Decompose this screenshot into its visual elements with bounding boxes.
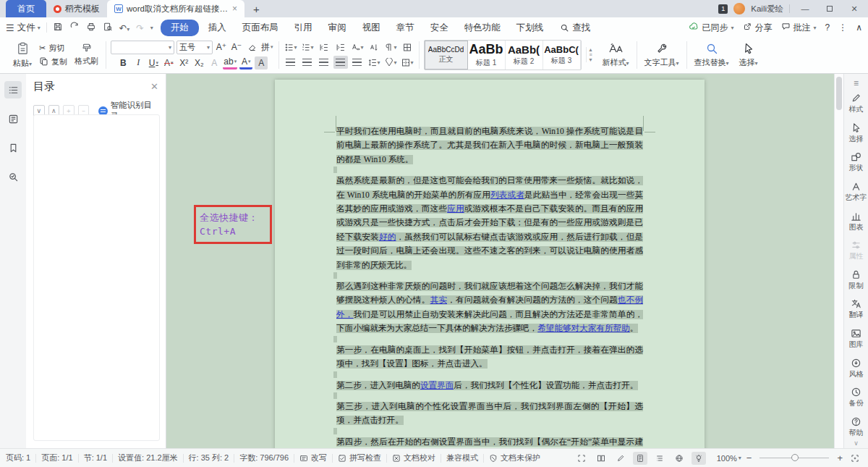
fullscreen-icon[interactable] <box>574 452 589 465</box>
maximize-button[interactable] <box>820 4 839 13</box>
two-page-view-icon[interactable] <box>594 452 608 465</box>
avatar[interactable] <box>733 3 745 14</box>
menu-tab-active[interactable]: 开始 <box>161 20 199 36</box>
menu-tab-item[interactable]: 章节 <box>390 20 421 36</box>
strikethrough-button[interactable]: A▾ <box>162 56 175 70</box>
numbered-list-icon[interactable]: ▾ <box>300 41 315 54</box>
sort-icon[interactable] <box>367 41 381 54</box>
paste-button[interactable]: 粘贴▾ <box>10 41 35 69</box>
scroll-down-icon[interactable]: ▼ <box>588 57 593 62</box>
save-icon[interactable] <box>53 22 63 34</box>
italic-button[interactable]: I <box>132 56 145 70</box>
file-menu[interactable]: 文件▾ <box>17 22 41 34</box>
eye-protection-icon[interactable] <box>692 452 706 465</box>
hyperlink[interactable]: 希望能够对大家有所帮助 <box>537 324 630 333</box>
find-replace-button[interactable]: 查找替换▾ <box>692 42 732 68</box>
undo-icon[interactable]: ↶▾ <box>119 22 130 33</box>
print-icon[interactable] <box>86 22 96 34</box>
cut-button[interactable]: ✂剪切 <box>39 43 67 54</box>
export-icon[interactable] <box>69 22 80 34</box>
borders-icon[interactable]: ▾ <box>400 56 414 69</box>
window-count-badge[interactable]: 1 <box>718 4 728 14</box>
sidebar-item-备份[interactable]: 备份 <box>849 387 864 407</box>
paragraph[interactable]: 第一步，在电脑的桌面上，找到【开始菜单】按钮，并点击打开，接着在弹出的选项中，找… <box>336 343 643 371</box>
zoom-slider-thumb[interactable] <box>791 454 799 461</box>
document-tab[interactable]: W word取消文档所有超链接.wps × <box>107 0 244 17</box>
character-border-button[interactable]: A <box>208 56 221 70</box>
style-preset[interactable]: AaBb标题 1 <box>468 41 506 70</box>
grow-font-button[interactable]: A⁺ <box>215 41 228 54</box>
paragraph[interactable]: 第四步，然后在开始的右侧设置界面当中，我们找到【偶尔在“开始”菜单中显示建议】功… <box>336 435 643 448</box>
status-item[interactable]: 拼写检查 <box>338 453 381 463</box>
bullet-list-icon[interactable]: ▾ <box>284 41 298 54</box>
web-view-icon[interactable] <box>672 452 686 465</box>
new-style-button[interactable]: 新样式▾ <box>600 42 632 68</box>
sync-status[interactable]: 已同步▾ <box>689 22 733 34</box>
select-button[interactable]: 选择▾ <box>736 42 761 68</box>
underline-button[interactable]: U▾ <box>147 56 160 70</box>
status-item[interactable]: 文档未保护 <box>489 453 540 463</box>
docer-template-tab[interactable]: 稻壳模板 <box>46 0 107 17</box>
hyperlink[interactable]: 设置界面 <box>420 381 454 390</box>
sidebar-item-翻译[interactable]: 翻译 <box>849 298 864 319</box>
menu-tab-item[interactable]: 下划线 <box>510 20 550 36</box>
document-page[interactable]: 平时我们在使用电脑时，而且就目前的电脑系统来说，Win10 操作系统可能说是目前… <box>275 80 705 448</box>
style-preset[interactable]: AaBbCcDd正文 <box>425 41 468 70</box>
paragraph[interactable]: 平时我们在使用电脑时，而且就目前的电脑系统来说，Win10 操作系统可能说是目前… <box>336 125 643 167</box>
close-button[interactable]: ✕ <box>845 4 864 14</box>
customize-toolbar-icon[interactable]: ▾ <box>150 25 153 31</box>
fit-page-icon[interactable] <box>848 452 862 465</box>
character-shading-button[interactable]: A <box>255 56 268 70</box>
menu-tab-item[interactable]: 视图 <box>356 20 387 36</box>
more-options-icon[interactable]: ⋮ <box>838 22 847 33</box>
paragraph[interactable]: 第三步，进入到电脑的个性化设置界面当中后，我们找到界面左侧的【开始】选项，并点击… <box>336 400 643 428</box>
paragraph[interactable]: 虽然系统是最新的，但是这也可能会给我们的日常使用带来一些烦恼。就比如说，在 Wi… <box>336 174 643 272</box>
bold-button[interactable]: B <box>116 56 129 70</box>
character-scale-icon[interactable]: ▾ <box>350 41 365 54</box>
justify-icon[interactable] <box>333 56 348 69</box>
menu-tab-item[interactable]: 页面布局 <box>236 20 285 36</box>
sidebar-item-样式[interactable]: 样式 <box>849 93 864 113</box>
status-item[interactable]: 行: 35 列: 2 <box>189 453 229 463</box>
copy-button[interactable]: 复制 <box>39 56 67 67</box>
navigation-pane-icon[interactable] <box>4 110 22 127</box>
menu-tab-item[interactable]: 特色功能 <box>458 20 507 36</box>
superscript-button[interactable]: X² <box>177 56 190 70</box>
page-view-icon[interactable] <box>633 452 647 465</box>
align-right-icon[interactable] <box>317 56 331 69</box>
status-item[interactable]: 文档校对 <box>392 453 435 463</box>
ink-icon[interactable] <box>613 452 628 465</box>
font-color-button[interactable]: A▾ <box>239 56 252 70</box>
comment-button[interactable]: 批注▾ <box>781 22 817 34</box>
bookmark-icon[interactable] <box>4 139 22 156</box>
paragraph[interactable]: 第二步，进入到电脑的设置界面后，我们找到【个性化】设置功能，并点击打开。 <box>336 379 643 392</box>
help-button[interactable]: ? <box>825 22 830 33</box>
scrollbar-thumb[interactable] <box>836 77 842 110</box>
new-tab-button[interactable]: + <box>253 3 260 15</box>
menu-tab-item[interactable]: 安全 <box>424 20 455 36</box>
menu-tab-item[interactable]: 引用 <box>288 20 319 36</box>
gallery-scroll[interactable]: ▲≡▼ <box>586 47 595 62</box>
zoom-in-button[interactable]: + <box>837 453 843 463</box>
sidebar-item-图表[interactable]: 图表 <box>849 211 864 231</box>
sidebar-item-形状[interactable]: 形状 <box>849 151 864 172</box>
table-grid-icon[interactable] <box>400 41 414 54</box>
distribute-icon[interactable] <box>350 56 365 69</box>
hyperlink[interactable]: 好的 <box>379 232 396 242</box>
sidebar-item-艺术字[interactable]: 艺术字 <box>846 181 867 201</box>
user-name[interactable]: Kaili爱绘 <box>751 4 783 14</box>
hamburger-icon[interactable]: ☰ <box>6 22 14 33</box>
status-item[interactable]: 字数: 796/796 <box>239 453 289 463</box>
clear-format-icon[interactable] <box>245 41 258 54</box>
status-item[interactable]: 节: 1/1 <box>84 453 107 463</box>
hyperlink[interactable]: 应用 <box>447 204 464 214</box>
gallery-more-icon[interactable]: ≡ <box>589 52 592 57</box>
pinyin-guide-button[interactable]: 拼▾ <box>260 41 274 54</box>
increase-indent-icon[interactable] <box>333 41 348 54</box>
minimize-button[interactable]: — <box>796 4 814 13</box>
menu-tab-item[interactable]: 审阅 <box>322 20 353 36</box>
vertical-scrollbar[interactable] <box>834 74 843 448</box>
line-spacing-icon[interactable]: ▾ <box>367 56 381 69</box>
text-tool-button[interactable]: 文字工具▾ <box>642 42 682 68</box>
hyperlink[interactable]: 其实 <box>430 295 448 305</box>
